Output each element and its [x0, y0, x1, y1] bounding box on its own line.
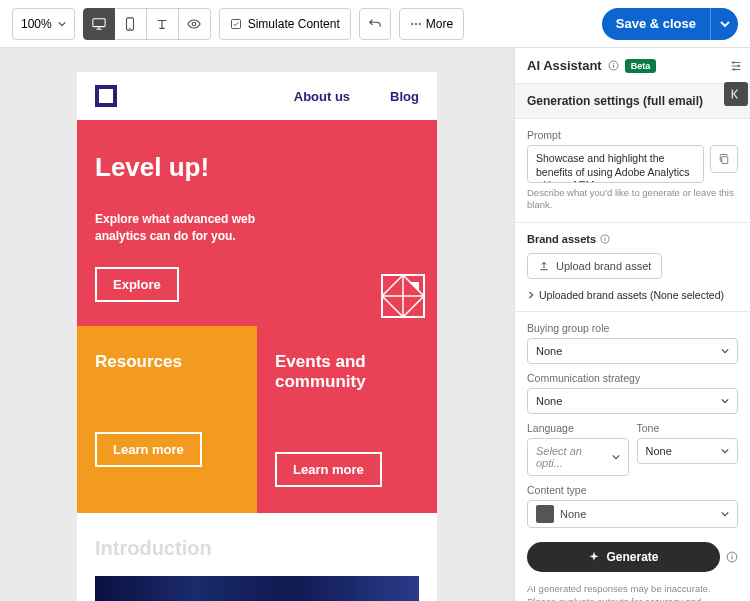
- resources-title: Resources: [95, 352, 239, 372]
- language-label: Language: [527, 422, 629, 434]
- text-view-button[interactable]: [147, 8, 179, 40]
- collapse-icon: [730, 88, 742, 100]
- prompt-label: Prompt: [527, 129, 738, 141]
- save-close-button[interactable]: Save & close: [602, 8, 710, 40]
- buying-role-value: None: [536, 345, 562, 357]
- upload-icon: [538, 260, 550, 272]
- hero-decoration-icon: [381, 274, 425, 318]
- rail-settings-button[interactable]: [724, 54, 748, 78]
- tone-select[interactable]: None: [637, 438, 739, 464]
- content-type-select[interactable]: None: [527, 500, 738, 528]
- sparkle-icon: [588, 551, 600, 563]
- comm-strategy-select[interactable]: None: [527, 388, 738, 414]
- chevron-down-icon: [721, 347, 729, 355]
- resources-cta-button[interactable]: Learn more: [95, 432, 202, 467]
- intro-image: [95, 576, 419, 601]
- content-type-thumb: [536, 505, 554, 523]
- more-label: More: [426, 17, 453, 31]
- events-title: Events and community: [275, 352, 419, 393]
- simulate-label: Simulate Content: [248, 17, 340, 31]
- svg-rect-13: [722, 157, 728, 164]
- email-nav: About us Blog: [294, 89, 419, 104]
- chevron-down-icon: [721, 397, 729, 405]
- comm-strategy-value: None: [536, 395, 562, 407]
- prompt-input[interactable]: Showcase and highlight the benefits of u…: [527, 145, 704, 183]
- content-type-label: Content type: [527, 484, 738, 496]
- info-icon[interactable]: [608, 60, 619, 71]
- hero-block: Level up! Explore what advanced web anal…: [77, 120, 437, 326]
- nav-about-link[interactable]: About us: [294, 89, 350, 104]
- simulate-content-button[interactable]: Simulate Content: [219, 8, 351, 40]
- more-icon: [410, 18, 422, 30]
- beta-badge: Beta: [625, 59, 657, 73]
- language-value: Select an opti...: [536, 445, 612, 469]
- rail-collapse-button[interactable]: [724, 82, 748, 106]
- zoom-select[interactable]: 100%: [12, 8, 75, 40]
- chevron-down-icon: [612, 453, 620, 461]
- more-button[interactable]: More: [399, 8, 464, 40]
- upload-label: Upload brand asset: [556, 260, 651, 272]
- buying-role-select[interactable]: None: [527, 338, 738, 364]
- prompt-hint: Describe what you'd like to generate or …: [527, 187, 738, 212]
- chevron-down-icon: [720, 19, 730, 29]
- panel-header: AI Assistant Beta: [515, 48, 750, 84]
- nav-blog-link[interactable]: Blog: [390, 89, 419, 104]
- zoom-value: 100%: [21, 17, 52, 31]
- preview-button[interactable]: [179, 8, 211, 40]
- svg-rect-4: [231, 19, 240, 28]
- sliders-icon: [729, 59, 743, 73]
- svg-point-7: [419, 23, 421, 25]
- copy-prompt-button[interactable]: [710, 145, 738, 173]
- save-group: Save & close: [602, 8, 738, 40]
- content-type-value: None: [560, 508, 715, 520]
- undo-icon: [368, 17, 382, 31]
- events-cta-button[interactable]: Learn more: [275, 452, 382, 487]
- brand-assets-label: Brand assets: [527, 233, 738, 245]
- mobile-icon: [123, 17, 137, 31]
- uploaded-assets-text: Uploaded brand assets (None selected): [539, 289, 724, 301]
- resources-column: Resources Learn more: [77, 326, 257, 514]
- generate-button[interactable]: Generate: [527, 542, 720, 572]
- uploaded-assets-row[interactable]: Uploaded brand assets (None selected): [527, 289, 738, 301]
- section-title: Generation settings (full email): [515, 84, 750, 119]
- tone-label: Tone: [637, 422, 739, 434]
- buying-role-label: Buying group role: [527, 322, 738, 334]
- brand-logo: [95, 85, 117, 107]
- info-icon[interactable]: [726, 551, 738, 563]
- svg-point-10: [733, 68, 735, 70]
- upload-brand-asset-button[interactable]: Upload brand asset: [527, 253, 662, 279]
- ai-assistant-panel: AI Assistant Beta Generation settings (f…: [514, 48, 750, 601]
- intro-block: Introduction: [77, 513, 437, 568]
- comm-strategy-label: Communication strategy: [527, 372, 738, 384]
- undo-button[interactable]: [359, 8, 391, 40]
- chevron-down-icon: [721, 510, 729, 518]
- svg-point-8: [732, 61, 734, 63]
- hero-cta-button[interactable]: Explore: [95, 267, 179, 302]
- top-toolbar: 100% Simulate Content More Save & close: [0, 0, 750, 48]
- right-rail: [722, 48, 750, 106]
- desktop-view-button[interactable]: [83, 8, 115, 40]
- save-options-button[interactable]: [710, 8, 738, 40]
- generate-label: Generate: [606, 550, 658, 564]
- hero-title: Level up!: [95, 152, 419, 183]
- svg-point-3: [192, 22, 196, 26]
- simulate-icon: [230, 18, 242, 30]
- chevron-down-icon: [721, 447, 729, 455]
- hero-subtitle: Explore what advanced web analytics can …: [95, 211, 305, 245]
- canvas-area[interactable]: About us Blog Level up! Explore what adv…: [0, 48, 514, 601]
- mobile-view-button[interactable]: [115, 8, 147, 40]
- email-header: About us Blog: [77, 72, 437, 120]
- events-column: Events and community Learn more: [257, 326, 437, 514]
- svg-rect-0: [93, 18, 105, 26]
- copy-icon: [718, 153, 730, 165]
- intro-title: Introduction: [95, 537, 419, 560]
- svg-point-5: [411, 23, 413, 25]
- device-toggle-group: [83, 8, 211, 40]
- language-select[interactable]: Select an opti...: [527, 438, 629, 476]
- info-icon[interactable]: [600, 234, 610, 244]
- svg-point-6: [415, 23, 417, 25]
- two-column-block: Resources Learn more Events and communit…: [77, 326, 437, 514]
- panel-title: AI Assistant: [527, 58, 602, 73]
- disclaimer-text: AI generated responses may be inaccurate…: [527, 582, 738, 601]
- desktop-icon: [92, 17, 106, 31]
